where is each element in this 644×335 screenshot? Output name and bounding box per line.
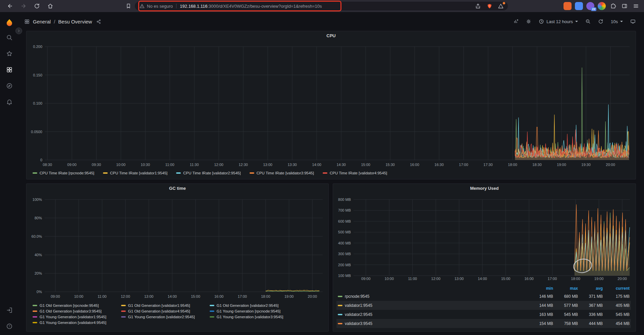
legend-item[interactable]: CPU Time IRate [validator1:9545] <box>103 171 167 175</box>
sidebar-help-icon[interactable]: ? <box>0 318 19 334</box>
memory-value: 336 MB <box>578 312 603 317</box>
bookmark-icon[interactable] <box>124 2 133 10</box>
legend-item[interactable]: validator2:9545 <box>338 312 528 317</box>
grafana-logo[interactable] <box>0 16 19 30</box>
legend-label: validator1:9545 <box>345 303 372 308</box>
svg-text:0.0500: 0.0500 <box>31 130 42 134</box>
dashboard-settings-button[interactable] <box>523 16 534 26</box>
svg-text:80%: 80% <box>35 216 42 220</box>
legend-label: CPU Time IRate [validator3:9545] <box>257 171 314 175</box>
memory-table-header: minmaxavgcurrent <box>336 285 631 292</box>
legend-item[interactable]: G1 Old Generation [validator4:9545] <box>121 309 195 313</box>
sidebar-dashboards-icon[interactable] <box>0 62 19 78</box>
legend-label: CPU Time IRate [validator1:9545] <box>110 171 167 175</box>
back-button[interactable] <box>5 1 15 11</box>
svg-text:14:30: 14:30 <box>336 163 346 167</box>
memory-used-chart[interactable]: 800 MB700 MB600 MB500 MB400 MB300 MB200 … <box>333 193 636 284</box>
cpu-time-series-chart[interactable]: 0.2000.1500.1000.0500008:3009:0009:3010:… <box>26 41 636 169</box>
kiosk-mode-button[interactable] <box>627 16 639 26</box>
legend-label: G1 Old Generation [validator4:9545] <box>128 309 190 313</box>
share-dashboard-icon[interactable] <box>96 19 101 24</box>
brave-rewards-icon[interactable] <box>497 2 504 10</box>
svg-text:0: 0 <box>40 158 42 162</box>
brave-shield-icon[interactable] <box>486 2 493 10</box>
legend-item[interactable]: validator1:9545 <box>338 303 528 308</box>
legend-item[interactable]: G1 Old Generation [validator3:9545] <box>33 309 106 313</box>
gear-icon <box>526 19 531 24</box>
sidebar-expand-button[interactable] <box>15 27 22 34</box>
memory-table-column-max[interactable]: max <box>553 286 578 291</box>
legend-item[interactable]: G1 Young Generation [validator3:9545] <box>210 315 283 319</box>
legend-item[interactable]: G1 Young Generation [validator2:9545] <box>121 315 195 319</box>
legend-label: G1 Old Generation [validator3:9545] <box>40 309 102 313</box>
sidebar-explore-icon[interactable] <box>0 78 19 94</box>
extensions-puzzle-icon[interactable] <box>609 2 617 10</box>
legend-item[interactable]: validator3:9545 <box>338 321 528 326</box>
legend-item[interactable]: G1 Old Generation [rpcnode:9545] <box>33 303 106 308</box>
series-color-swatch <box>338 305 342 306</box>
legend-item[interactable]: CPU Time IRate [validator3:9545] <box>250 171 314 175</box>
gc-legend: G1 Old Generation [rpcnode:9545]G1 Old G… <box>26 300 328 325</box>
svg-text:18:00: 18:00 <box>508 163 517 167</box>
legend-item[interactable]: G1 Young Generation [validator1:9545] <box>33 315 106 319</box>
monitor-icon <box>630 19 636 24</box>
legend-label: validator2:9545 <box>345 312 372 317</box>
svg-text:14:00: 14:00 <box>168 294 177 298</box>
extension-orange-icon[interactable] <box>564 2 572 10</box>
svg-text:12:00: 12:00 <box>121 294 130 298</box>
memory-table-column-min[interactable]: min <box>528 286 553 291</box>
legend-item[interactable]: G1 Young Generation [validator4:9545] <box>33 321 106 325</box>
time-range-picker[interactable]: Last 12 hours <box>536 16 581 26</box>
extension-colorful-icon[interactable] <box>598 2 606 10</box>
svg-text:800 MB: 800 MB <box>338 198 351 202</box>
address-bar[interactable]: No es seguro 192.168.1.116:3000/d/XE4V0W… <box>135 2 508 10</box>
help-glyph: ? <box>8 325 10 328</box>
breadcrumb: General / Besu Overview <box>24 19 101 24</box>
reload-button[interactable] <box>32 1 42 11</box>
extension-badge: 22 <box>591 7 596 11</box>
legend-item[interactable]: G1 Young Generation [rpcnode:9545] <box>210 309 283 313</box>
gc-time-chart[interactable]: 100%80%60.0%40%20%0%09:0010:0011:0012:00… <box>26 193 328 300</box>
svg-text:09:00: 09:00 <box>67 163 77 167</box>
legend-item[interactable]: rpcnode:9545 <box>338 294 528 299</box>
extension-blue-icon[interactable] <box>575 2 583 10</box>
legend-item[interactable]: CPU Time IRate [validator4:9545] <box>323 171 387 175</box>
forward-button[interactable] <box>18 1 29 11</box>
breadcrumb-title[interactable]: Besu Overview <box>58 19 92 24</box>
forward-icon <box>20 3 26 9</box>
memory-table-row: validator2:9545163 MB545 MB336 MB545 MB <box>336 310 631 319</box>
extension-purple-icon[interactable]: 22 <box>586 2 594 10</box>
memory-table-column-current[interactable]: current <box>603 286 630 291</box>
dashboard-controls: Last 12 hours 10s <box>510 16 639 26</box>
series-color-swatch <box>33 305 37 306</box>
refresh-interval-picker[interactable]: 10s <box>608 16 626 26</box>
svg-text:16:00: 16:00 <box>410 163 419 167</box>
panel-title-memory-used[interactable]: Memory Used <box>333 184 636 193</box>
sidebar-alerting-icon[interactable] <box>0 94 19 110</box>
sidebar-starred-icon[interactable] <box>0 46 19 62</box>
sidebar-signin-icon[interactable] <box>0 302 19 318</box>
legend-item[interactable]: G1 Old Generation [validator2:9545] <box>210 303 283 308</box>
zoom-out-button[interactable] <box>582 16 594 26</box>
legend-item[interactable]: G1 Old Generation [validator1:9545] <box>121 303 195 308</box>
memory-legend-table: minmaxavgcurrentrpcnode:9545146 MB680 MB… <box>333 284 636 328</box>
home-button[interactable] <box>45 1 56 11</box>
refresh-button[interactable] <box>595 16 606 26</box>
grafana-topnav: General / Besu Overview Last 12 hours 10… <box>19 12 644 31</box>
legend-item[interactable]: CPU Time IRate [rpcnode:9545] <box>33 171 94 175</box>
browser-menu-icon[interactable] <box>632 2 640 10</box>
memory-table-column-avg[interactable]: avg <box>578 286 603 291</box>
panel-title-cpu[interactable]: CPU <box>26 31 636 41</box>
extensions-cluster: 22 <box>564 0 640 12</box>
dashboard-grid-icon <box>24 19 30 24</box>
sidebar-toggle-icon[interactable] <box>621 2 629 10</box>
add-panel-button[interactable] <box>510 16 522 26</box>
svg-text:09:00: 09:00 <box>361 277 371 281</box>
share-icon[interactable] <box>474 2 482 10</box>
legend-item[interactable]: CPU Time IRate [validator2:9545] <box>176 171 240 175</box>
svg-text:11:00: 11:00 <box>165 163 174 167</box>
series-color-swatch <box>121 316 126 318</box>
panel-title-gc-time[interactable]: GC time <box>26 184 328 193</box>
breadcrumb-folder[interactable]: General <box>33 19 51 24</box>
series-color-swatch <box>338 323 342 324</box>
